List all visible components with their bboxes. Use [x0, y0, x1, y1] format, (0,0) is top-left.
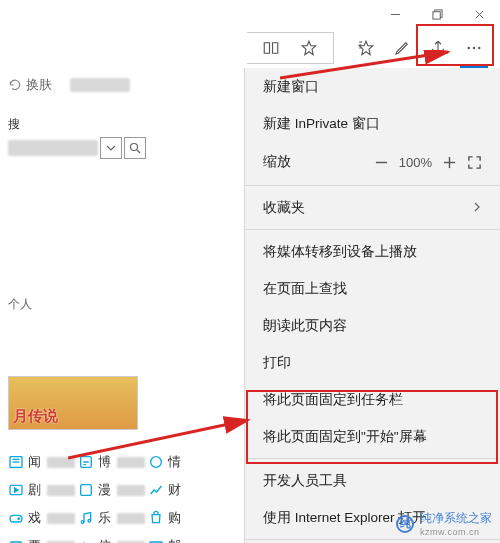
menu-separator: [245, 539, 500, 540]
menu-cast[interactable]: 将媒体转移到设备上播放: [245, 233, 500, 270]
fullscreen-button[interactable]: [467, 155, 482, 170]
refresh-icon[interactable]: [8, 78, 22, 92]
promo-banner[interactable]: 月传说: [8, 376, 138, 430]
menu-read-aloud[interactable]: 朗读此页内容: [245, 307, 500, 344]
search-label: 搜: [8, 117, 20, 131]
menu-zoom: 缩放 100%: [245, 142, 500, 182]
svg-point-22: [81, 521, 84, 524]
share-icon[interactable]: [420, 30, 456, 66]
cat-finance[interactable]: 财: [148, 481, 218, 499]
menu-separator: [245, 229, 500, 230]
search-area: 搜: [8, 100, 230, 159]
menu-new-window[interactable]: 新建窗口: [245, 68, 500, 105]
watermark: 纯 纯净系统之家 kzmw.com.cn: [396, 510, 492, 537]
favorite-star-icon[interactable]: [291, 30, 327, 66]
zoom-in-button[interactable]: [442, 155, 457, 170]
overflow-menu: 新建窗口 新建 InPrivate 窗口 缩放 100% 收藏夹 将媒体转移到设…: [244, 68, 500, 543]
page-left-column: 搜 个人 月传说 闻 博 情 剧 漫 财 戏 乐 购 票 信 邮: [0, 100, 230, 543]
search-dropdown-button[interactable]: [100, 137, 122, 159]
favorites-list-icon[interactable]: [348, 30, 384, 66]
promo-text: 月传说: [13, 407, 58, 426]
caption-personal: 个人: [8, 296, 32, 313]
watermark-url: kzmw.com.cn: [420, 527, 492, 537]
reading-view-icon[interactable]: [253, 30, 289, 66]
cat-game[interactable]: 戏: [8, 509, 78, 527]
cat-lottery[interactable]: 票: [8, 537, 78, 543]
address-bar-actions: [247, 32, 334, 64]
menu-favorites[interactable]: 收藏夹: [245, 189, 500, 226]
menu-print[interactable]: 打印: [245, 344, 500, 381]
web-notes-icon[interactable]: [384, 30, 420, 66]
watermark-title: 纯净系统之家: [420, 510, 492, 527]
search-input-blurred[interactable]: [8, 140, 98, 156]
svg-point-8: [468, 47, 470, 49]
svg-point-17: [151, 457, 162, 468]
zoom-label: 缩放: [263, 153, 291, 171]
cat-shopping[interactable]: 购: [148, 509, 218, 527]
more-menu-button[interactable]: [456, 30, 492, 66]
svg-point-23: [88, 519, 91, 522]
chevron-right-icon: [472, 200, 482, 215]
watermark-logo-icon: 纯: [396, 515, 414, 533]
tab-strip: 换肤: [0, 70, 130, 100]
svg-line-12: [137, 150, 140, 153]
window-close-button[interactable]: [458, 0, 500, 28]
cat-news[interactable]: 闻: [8, 453, 78, 471]
cat-weibo[interactable]: 博: [78, 453, 148, 471]
zoom-out-button[interactable]: [374, 155, 389, 170]
cat-music[interactable]: 乐: [78, 509, 148, 527]
menu-new-inprivate[interactable]: 新建 InPrivate 窗口: [245, 105, 500, 142]
menu-pin-start[interactable]: 将此页面固定到"开始"屏幕: [245, 418, 500, 455]
window-minimize-button[interactable]: [374, 0, 416, 28]
menu-dev-tools[interactable]: 开发人员工具: [245, 462, 500, 499]
window-restore-button[interactable]: [416, 0, 458, 28]
zoom-value: 100%: [399, 155, 432, 170]
svg-rect-19: [81, 485, 92, 496]
menu-separator: [245, 458, 500, 459]
svg-point-11: [131, 144, 138, 151]
menu-find[interactable]: 在页面上查找: [245, 270, 500, 307]
svg-point-21: [18, 518, 19, 519]
cat-mail[interactable]: 邮: [148, 537, 218, 543]
svg-point-9: [473, 47, 475, 49]
cat-letter[interactable]: 信: [78, 537, 148, 543]
menu-pin-taskbar[interactable]: 将此页面固定到任务栏: [245, 381, 500, 418]
svg-point-10: [478, 47, 480, 49]
blurred-content: [70, 78, 130, 92]
tab-change-skin[interactable]: 换肤: [26, 76, 52, 94]
toolbar: [0, 28, 500, 68]
menu-separator: [245, 185, 500, 186]
cat-comic[interactable]: 漫: [78, 481, 148, 499]
cat-emotion[interactable]: 情: [148, 453, 218, 471]
cat-drama[interactable]: 剧: [8, 481, 78, 499]
search-submit-button[interactable]: [124, 137, 146, 159]
svg-rect-2: [432, 11, 439, 18]
svg-rect-20: [10, 515, 22, 522]
category-grid: 闻 博 情 剧 漫 财 戏 乐 购 票 信 邮 更多分类>>: [8, 448, 218, 543]
